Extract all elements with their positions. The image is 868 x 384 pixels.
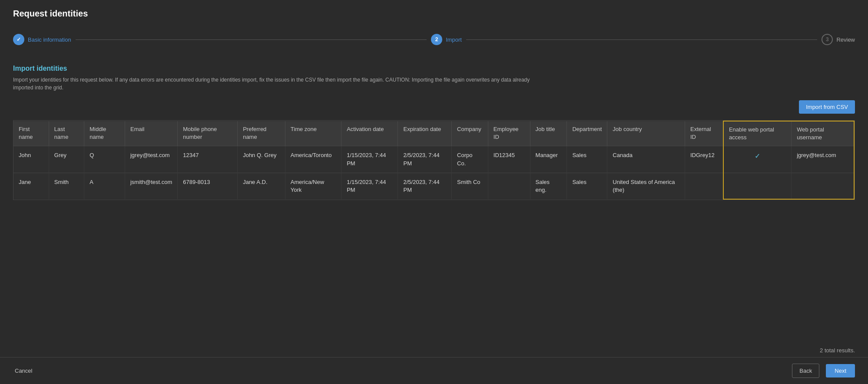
table-body: John Grey Q jgrey@test.com 12347 John Q.… (13, 146, 854, 199)
cell-middle-name: Q (84, 146, 125, 173)
cell-company: Corpo Co. (452, 146, 488, 173)
footer-actions: Back Next (792, 364, 855, 378)
col-header-first-name: First name (13, 121, 49, 146)
cell-first-name: Jane (13, 173, 49, 199)
col-header-time-zone: Time zone (285, 121, 341, 146)
cell-department: Sales (567, 146, 607, 173)
cell-activation-date: 1/15/2023, 7:44 PM (341, 173, 398, 199)
cell-middle-name: A (84, 173, 125, 199)
import-csv-button[interactable]: Import from CSV (799, 100, 855, 114)
checkmark-icon: ✓ (755, 152, 760, 160)
step-line-2 (466, 39, 817, 40)
identities-table-wrapper: First name Last name Middle name Email M… (13, 120, 855, 200)
cell-web-portal-username: jgrey@test.com (792, 146, 854, 173)
toolbar: Import from CSV (13, 100, 855, 114)
cell-time-zone: America/New York (285, 173, 341, 199)
table-row: Jane Smith A jsmith@test.com 6789-8013 J… (13, 173, 854, 199)
col-header-enable-web-portal: Enable web portal access (723, 121, 792, 146)
cell-enable-web-portal: ✓ (723, 146, 792, 173)
cell-job-title: Manager (530, 146, 567, 173)
footer: Cancel Back Next (0, 357, 868, 384)
cell-job-title: Sales eng. (530, 173, 567, 199)
section-description: Import your identities for this request … (13, 76, 534, 92)
cell-first-name: John (13, 146, 49, 173)
step-1-circle: ✓ (13, 34, 24, 45)
cell-expiration-date: 2/5/2023, 7:44 PM (398, 146, 452, 173)
cell-web-portal-username (792, 173, 854, 199)
col-header-web-portal-username: Web portal username (792, 121, 854, 146)
identities-table: First name Last name Middle name Email M… (13, 121, 855, 200)
step-2-circle: 2 (431, 34, 442, 45)
cell-expiration-date: 2/5/2023, 7:44 PM (398, 173, 452, 199)
col-header-last-name: Last name (49, 121, 84, 146)
cell-company: Smith Co (452, 173, 488, 199)
cell-email: jgrey@test.com (125, 146, 177, 173)
col-header-job-title: Job title (530, 121, 567, 146)
cell-mobile-phone: 12347 (178, 146, 238, 173)
col-header-employee-id: Employee ID (488, 121, 530, 146)
cell-employee-id (488, 173, 530, 199)
total-results: 2 total results. (820, 347, 855, 354)
cell-last-name: Grey (49, 146, 84, 173)
step-2-label: Import (446, 36, 462, 43)
table-row: John Grey Q jgrey@test.com 12347 John Q.… (13, 146, 854, 173)
stepper: ✓ Basic information 2 Import 3 Review (13, 30, 855, 49)
table-header-row: First name Last name Middle name Email M… (13, 121, 854, 146)
cell-enable-web-portal (723, 173, 792, 199)
section-title: Import identities (13, 65, 855, 72)
col-header-preferred-name: Preferred name (238, 121, 285, 146)
step-2: 2 Import (431, 34, 462, 45)
cell-preferred-name: John Q. Grey (238, 146, 285, 173)
cell-external-id (685, 173, 723, 199)
col-header-external-id: External ID (685, 121, 723, 146)
col-header-middle-name: Middle name (84, 121, 125, 146)
col-header-expiration-date: Expiration date (398, 121, 452, 146)
cell-time-zone: America/Toronto (285, 146, 341, 173)
cell-department: Sales (567, 173, 607, 199)
cell-activation-date: 1/15/2023, 7:44 PM (341, 146, 398, 173)
back-button[interactable]: Back (792, 364, 819, 378)
step-line-1 (76, 39, 427, 40)
col-header-department: Department (567, 121, 607, 146)
page-title: Request identities (13, 9, 855, 19)
next-button[interactable]: Next (826, 364, 855, 377)
col-header-activation-date: Activation date (341, 121, 398, 146)
step-1-label: Basic information (28, 36, 71, 43)
step-3-label: Review (836, 36, 855, 43)
step-3: 3 Review (822, 34, 855, 45)
cell-job-country: Canada (607, 146, 685, 173)
step-3-circle: 3 (822, 34, 833, 45)
col-header-mobile-phone: Mobile phone number (178, 121, 238, 146)
col-header-job-country: Job country (607, 121, 685, 146)
col-header-email: Email (125, 121, 177, 146)
cell-job-country: United States of America (the) (607, 173, 685, 199)
step-1: ✓ Basic information (13, 34, 71, 45)
col-header-company: Company (452, 121, 488, 146)
cell-preferred-name: Jane A.D. (238, 173, 285, 199)
cell-mobile-phone: 6789-8013 (178, 173, 238, 199)
cell-employee-id: ID12345 (488, 146, 530, 173)
cell-email: jsmith@test.com (125, 173, 177, 199)
cell-external-id: IDGrey12 (685, 146, 723, 173)
cell-last-name: Smith (49, 173, 84, 199)
cancel-button[interactable]: Cancel (13, 364, 34, 377)
